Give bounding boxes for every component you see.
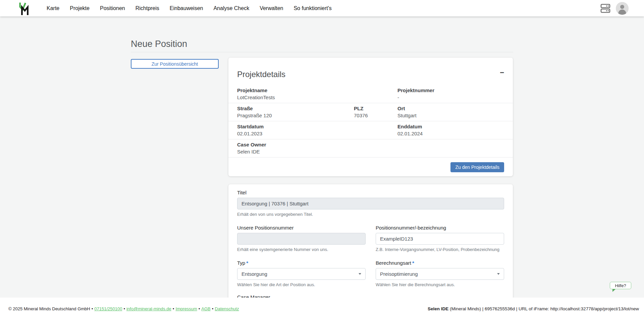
server-icon[interactable] — [600, 4, 610, 13]
berechnungsart-select[interactable]: Preisoptimierung — [376, 268, 504, 280]
back-to-positions-button[interactable]: Zur Positionsübersicht — [131, 59, 219, 69]
nav-item-verwalten[interactable]: Verwalten — [260, 5, 283, 11]
positionsnummer-input[interactable] — [376, 233, 504, 245]
nav-item-analyse-check[interactable]: Analyse Check — [213, 5, 249, 11]
session-details: (Mineral Minds) | 69576255536d | URL of … — [448, 306, 639, 311]
projektnummer-label: Projektnummer — [397, 87, 504, 94]
projektname-label: Projektname — [237, 87, 397, 94]
typ-hint: Wählen Sie hier die Art der Position aus… — [237, 282, 366, 287]
case-owner-value: Selen IDE — [237, 148, 504, 155]
separator-dot: • — [92, 306, 93, 311]
berechnungsart-hint: Wählen Sie hier die Berechnungsart aus. — [376, 282, 504, 287]
strasse-value: Pragstraße 120 — [237, 112, 354, 119]
mineral-minds-logo-icon[interactable] — [18, 2, 31, 15]
separator-dot: • — [199, 306, 200, 311]
detail-row: Projektname LotCreationTests Projektnumm… — [228, 85, 513, 103]
typ-label: Typ* — [237, 260, 366, 266]
project-details-card: Projektdetails − Projektname LotCreation… — [228, 58, 513, 176]
unsere-positionsnummer-hint: Erhält eine systemgenerierte Nummer von … — [237, 247, 366, 252]
startdatum-label: Startdatum — [237, 123, 397, 130]
berechnungsart-group: Berechnungsart* Preisoptimierung Wählen … — [376, 260, 504, 287]
footer: © 2025 Mineral Minds Deutschland GmbH•07… — [0, 298, 644, 316]
titel-hint: Erhält den von uns vorgegebenen Titel. — [237, 212, 504, 217]
case-manager-group: Case Manager — [237, 294, 504, 298]
chevron-down-icon — [359, 273, 361, 275]
nav-item-einbauweisen[interactable]: Einbauweisen — [170, 5, 203, 11]
positionsnummer-group: Positionsnummer/-bezeichnung Z.B. Intern… — [376, 225, 504, 252]
help-label: Hilfe? — [615, 283, 626, 288]
case-owner-label: Case Owner — [237, 141, 504, 148]
nav-item-richtpreis[interactable]: Richtpreis — [136, 5, 159, 11]
project-details-rows: Projektname LotCreationTests Projektnumm… — [228, 85, 513, 157]
required-asterisk: * — [412, 260, 414, 266]
footer-session-info: Selen IDE (Mineral Minds) | 69576255536d… — [428, 306, 639, 311]
chevron-down-icon — [497, 273, 500, 275]
typ-select[interactable]: Entsorgung — [237, 268, 366, 280]
separator-dot: • — [212, 306, 214, 311]
top-navbar: Karte Projekte Positionen Richtpreis Ein… — [0, 0, 644, 16]
projektnummer-value: - — [397, 94, 504, 101]
separator-dot: • — [123, 306, 125, 311]
required-asterisk: * — [246, 260, 248, 266]
phone-link[interactable]: 07151/250100 — [94, 306, 122, 311]
help-button[interactable]: Hilfe? — [610, 282, 631, 289]
impressum-link[interactable]: Impressum — [175, 306, 197, 311]
titel-label: Titel — [237, 190, 504, 196]
detail-row: Straße Pragstraße 120 PLZ 70376 Ort Stut… — [228, 103, 513, 121]
plz-label: PLZ — [354, 105, 397, 112]
enddatum-value: 02.01.2024 — [397, 130, 504, 137]
startdatum-value: 02.01.2023 — [237, 130, 397, 137]
detail-row: Case Owner Selen IDE — [228, 139, 513, 157]
speech-bubble-tail-icon — [612, 289, 615, 292]
ort-value: Stuttgart — [397, 112, 504, 119]
enddatum-label: Enddatum — [397, 123, 504, 130]
nav-item-karte[interactable]: Karte — [47, 5, 59, 11]
typ-select-value: Entsorgung — [241, 271, 359, 277]
page-title: Neue Position — [131, 38, 513, 52]
copyright-text: © 2025 Mineral Minds Deutschland GmbH — [8, 306, 90, 311]
new-position-form-card: Titel Erhält den von uns vorgegebenen Ti… — [228, 184, 513, 298]
titel-input — [237, 198, 504, 209]
session-user: Selen IDE — [428, 306, 448, 311]
nav-right-actions — [600, 0, 629, 16]
nav-item-positionen[interactable]: Positionen — [100, 5, 125, 11]
positionsnummer-hint: Z.B. Interne-Vorgangsnummer, LV-Position… — [376, 247, 504, 252]
user-avatar-icon[interactable] — [616, 2, 629, 15]
positionsnummer-label: Positionsnummer/-bezeichnung — [376, 225, 504, 231]
datenschutz-link[interactable]: Datenschutz — [215, 306, 239, 311]
go-to-project-details-button[interactable]: Zu den Projektdetails — [450, 162, 504, 172]
email-link[interactable]: info@mineral-minds.de — [126, 306, 171, 311]
ort-label: Ort — [397, 105, 504, 112]
case-manager-label: Case Manager — [237, 294, 504, 298]
nav-item-projekte[interactable]: Projekte — [70, 5, 90, 11]
plz-value: 70376 — [354, 112, 397, 119]
strasse-label: Straße — [237, 105, 354, 112]
footer-left: © 2025 Mineral Minds Deutschland GmbH•07… — [8, 306, 239, 311]
projektname-value: LotCreationTests — [237, 94, 397, 101]
collapse-card-button[interactable]: − — [500, 69, 504, 76]
unsere-positionsnummer-label: Unsere Positionsnummer — [237, 225, 366, 231]
unsere-positionsnummer-group: Unsere Positionsnummer Erhält eine syste… — [237, 225, 366, 252]
agb-link[interactable]: AGB — [201, 306, 210, 311]
main-content: Neue Position Zur Positionsübersicht Pro… — [0, 16, 644, 298]
nav-item-so-funktionierts[interactable]: So funktioniert's — [293, 5, 331, 11]
unsere-positionsnummer-input — [237, 233, 366, 245]
project-details-title: Projektdetails — [237, 69, 285, 80]
berechnungsart-select-value: Preisoptimierung — [380, 271, 497, 277]
detail-row: Startdatum 02.01.2023 Enddatum 02.01.202… — [228, 121, 513, 139]
typ-group: Typ* Entsorgung Wählen Sie hier die Art … — [237, 260, 366, 287]
nav-links: Karte Projekte Positionen Richtpreis Ein… — [47, 5, 332, 11]
titel-group: Titel Erhält den von uns vorgegebenen Ti… — [237, 190, 504, 217]
berechnungsart-label: Berechnungsart* — [376, 260, 504, 266]
separator-dot: • — [173, 306, 174, 311]
